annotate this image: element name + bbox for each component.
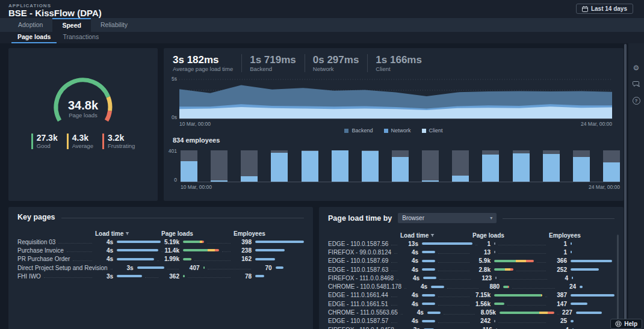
table-row[interactable]: EDGE - 111.0.1661.514s1.56k147 xyxy=(319,300,624,308)
bar-segment-blue xyxy=(255,275,264,277)
leader-dots xyxy=(439,278,471,280)
table-cell: 4s xyxy=(401,275,474,281)
main-scrollbar[interactable] xyxy=(624,44,627,328)
cell-bar-zone xyxy=(494,303,549,305)
dimension-dropdown[interactable]: Browser ▾ xyxy=(398,213,497,223)
table-row[interactable]: CHROME - 110.0.5481.1784s88024 xyxy=(319,282,624,291)
table-row[interactable]: FIREFOX - 110.0.1.84583s1164 xyxy=(319,325,624,329)
bar-segment-blue xyxy=(276,266,284,269)
help-circle-icon[interactable]: ? xyxy=(632,96,640,105)
table-cell: 252 xyxy=(549,266,615,273)
leader-dots xyxy=(111,268,113,269)
employee-bar-fill xyxy=(573,157,590,182)
cell-bar xyxy=(255,241,304,243)
cell-bar-zone xyxy=(503,286,558,288)
employee-bar-fill xyxy=(211,180,228,182)
tab-adoption[interactable]: Adoption xyxy=(8,18,52,32)
table-cell: 25 xyxy=(549,318,615,324)
table-row[interactable]: EDGE - 110.0.1587.694s5.9k366 xyxy=(319,257,624,265)
cell-value: 11.4k xyxy=(161,247,179,254)
bar-segment-blue xyxy=(571,303,587,305)
timeframe-selector[interactable]: Last 14 days xyxy=(576,4,633,14)
area-chart-legend: BackendNetworkClient xyxy=(164,128,624,134)
cell-bar xyxy=(183,241,204,243)
cell-bar xyxy=(117,241,161,243)
table-row[interactable]: Purchase Invoice4s11.4k238 xyxy=(8,246,313,254)
table-row[interactable]: Direct Project Setup and Revision3s40770 xyxy=(8,263,313,272)
table-row[interactable]: EDGE - 110.0.1587.5613s11 xyxy=(319,239,624,248)
bar-segment-blue xyxy=(422,260,435,262)
table-row[interactable]: FIREFOX - 99.0.0.81244s131 xyxy=(319,248,624,256)
bar-segment-y xyxy=(505,268,510,271)
leader-dots xyxy=(475,244,477,245)
column-header-page-loads[interactable]: Page loads xyxy=(161,230,234,237)
bars-x-end: 24 Mar, 00:00 xyxy=(589,184,620,190)
cell-value: 123 xyxy=(474,275,492,281)
column-header-employees[interactable]: Employees xyxy=(549,232,615,239)
bar-segment-g xyxy=(183,258,191,260)
metric-value: 1s 719ms xyxy=(250,54,296,66)
cell-bar-zone xyxy=(571,268,615,271)
column-header-load-time[interactable]: Load time xyxy=(95,230,161,237)
table-row[interactable]: EDGE - 110.0.1587.634s2.8k252 xyxy=(319,265,624,274)
table-row[interactable]: CHROME - 111.0.5563.654s8.05k227 xyxy=(319,308,624,316)
browser-column-headers: Load time Page loads Employees xyxy=(319,231,624,239)
table-row[interactable]: Requisition 034s5.19k398 xyxy=(8,238,313,246)
table-scrollbar[interactable] xyxy=(617,235,619,329)
table-row[interactable]: FHI IWO3s36278 xyxy=(8,272,313,280)
leader-dots xyxy=(438,262,469,263)
divider xyxy=(503,218,615,219)
area-ymin-label: 0s xyxy=(166,114,177,120)
lifebuoy-icon xyxy=(615,321,622,327)
table-row[interactable]: FIREFOX - 111.0.0.84684s1234 xyxy=(319,274,624,282)
leader-dots xyxy=(507,304,546,306)
table-row[interactable]: PR Purchase Order4s1.99k162 xyxy=(8,255,313,263)
table-row[interactable]: EDGE - 110.0.1587.574s24225 xyxy=(319,317,624,325)
cell-bar-zone xyxy=(571,294,615,297)
settings-gear-icon[interactable]: ⚙ xyxy=(632,64,640,72)
metric-label: Network xyxy=(313,66,359,72)
legend-item-client[interactable]: Client xyxy=(422,128,443,134)
feedback-icon[interactable] xyxy=(632,80,640,88)
cell-bar-zone xyxy=(571,303,615,305)
bar-segment-g xyxy=(183,275,185,277)
bar-segment-g xyxy=(183,249,208,251)
cell-bar xyxy=(571,320,574,322)
cell-bar-zone xyxy=(422,320,472,322)
cell-value: 78 xyxy=(234,273,252,280)
subtab-transactions[interactable]: Transactions xyxy=(57,32,105,43)
cell-bar-zone xyxy=(117,258,161,260)
cell-bar xyxy=(494,294,542,297)
employee-bar-fill xyxy=(422,180,439,182)
leader-dots xyxy=(401,313,403,315)
employee-bar xyxy=(332,150,348,182)
legend-item-backend[interactable]: Backend xyxy=(344,128,373,134)
tab-reliability[interactable]: Reliability xyxy=(91,18,137,32)
subtab-page-loads[interactable]: Page loads xyxy=(11,32,57,43)
cell-bar xyxy=(117,275,142,277)
leader-dots xyxy=(438,253,469,254)
cell-bar-zone xyxy=(255,249,304,251)
tab-speed[interactable]: Speed xyxy=(52,18,91,32)
help-button[interactable]: Help xyxy=(610,319,642,329)
bar-segment-blue xyxy=(255,258,275,260)
leader-dots xyxy=(404,287,406,289)
column-header-page-loads[interactable]: Page loads xyxy=(472,232,549,239)
bar-segment-g xyxy=(503,286,508,288)
leader-dots xyxy=(391,270,397,271)
cell-value: 5.9k xyxy=(472,257,491,264)
table-cell: 3s xyxy=(402,327,474,329)
leader-dots xyxy=(164,242,166,244)
cell-bar-zone xyxy=(255,258,304,260)
cell-bar xyxy=(494,303,504,305)
column-header-employees[interactable]: Employees xyxy=(234,230,304,237)
metric-network: 0s 297msNetwork xyxy=(305,54,368,72)
legend-item-network[interactable]: Network xyxy=(384,128,411,134)
column-header-load-time[interactable]: Load time xyxy=(400,232,472,239)
area-x-end: 24 Mar, 00:00 xyxy=(581,121,612,127)
leader-dots xyxy=(545,296,547,297)
cell-value: 3s xyxy=(402,327,420,329)
table-cell: 362 xyxy=(161,273,234,280)
bar-segment-blue xyxy=(117,275,142,277)
table-row[interactable]: EDGE - 111.0.1661.444s7.15k387 xyxy=(319,291,624,300)
